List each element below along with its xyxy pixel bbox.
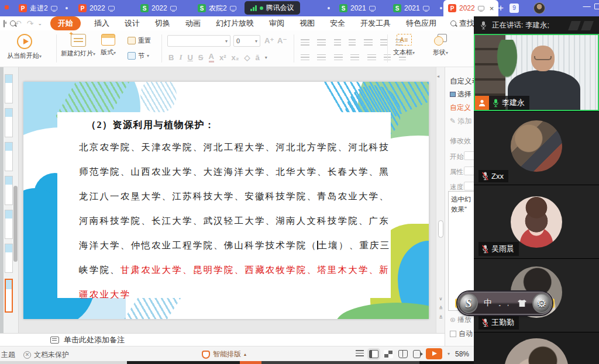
bold-button[interactable]: B — [168, 53, 174, 62]
doc-tab-1[interactable]: P 走进2 — [14, 0, 62, 16]
slide-thumbnail[interactable] — [5, 108, 13, 137]
participant-tile-wuyuchen[interactable]: 吴雨晨 — [474, 185, 599, 258]
strikethrough-button[interactable]: S — [198, 53, 204, 62]
play-from-current-button[interactable]: 从当前开始▾ — [7, 34, 42, 60]
toolbar-more-icon[interactable]: ⌄ — [37, 20, 42, 26]
increase-indent-icon[interactable] — [349, 39, 356, 46]
text-direction-icon[interactable] — [364, 39, 373, 46]
align-right-icon[interactable] — [334, 54, 343, 61]
add-effect-button[interactable]: ✎ 添加 — [450, 116, 471, 126]
underline-button[interactable]: U — [187, 53, 192, 62]
section-button[interactable]: 节▾ — [128, 51, 149, 60]
ime-punct-mode[interactable]: 。， — [498, 299, 511, 308]
italic-button[interactable]: I — [179, 53, 182, 62]
reset-button[interactable]: 重置 — [128, 36, 151, 45]
phonetic-button[interactable]: ā — [255, 53, 259, 62]
selection-pane-button[interactable]: 选择 — [450, 89, 471, 99]
decrease-indent-icon[interactable] — [334, 39, 341, 46]
custom-animation-tab[interactable]: 自定义 — [450, 103, 471, 113]
ime-lang-mode[interactable]: 中 — [484, 298, 492, 308]
new-tab-button[interactable]: + — [494, 2, 507, 15]
doc-tab-active[interactable]: P 2022 × — [443, 0, 498, 16]
participant-tile-partial[interactable] — [474, 332, 599, 364]
tab-devtools[interactable]: 开发工具 — [360, 17, 391, 30]
participant-tile-zxx[interactable]: Zxx — [474, 111, 599, 185]
textbox-button[interactable]: A≡ 文本框▾ — [393, 34, 415, 57]
panel-icon[interactable] — [4, 20, 5, 27]
theme-button[interactable]: 主题 — [1, 350, 15, 360]
slide-thumbnail[interactable] — [5, 244, 13, 273]
superscript-button[interactable]: x² — [219, 53, 226, 62]
justify-icon[interactable] — [350, 54, 359, 61]
slide-thumbnail-selected[interactable] — [5, 279, 13, 313]
subscript-button[interactable]: x₂ — [231, 53, 239, 62]
normal-view-icon[interactable] — [369, 350, 378, 358]
new-slide-button[interactable]: 新建幻灯片▾ — [61, 34, 95, 58]
tab-slideshow[interactable]: 幻灯片放映 — [216, 17, 254, 30]
slide-textbox[interactable]: （2）资源利用与植物保护： 北京农学院、天津农学院、河北工程大学、河北北方学院、… — [57, 112, 391, 298]
participant-video-lijianyong[interactable]: 李建永 — [474, 34, 599, 111]
zoom-level[interactable]: 58% — [455, 350, 469, 358]
scroll-down-icon[interactable]: ∨ — [436, 296, 445, 301]
previous-slide-icon[interactable]: ≙ — [436, 306, 445, 311]
grow-font-button[interactable]: A⁺ — [264, 36, 274, 45]
doc-tab-2[interactable]: P 2022 — [74, 0, 119, 16]
tab-list-badge[interactable]: 9 — [510, 4, 519, 13]
start-combo[interactable] — [464, 151, 474, 160]
tab-transition[interactable]: 切换 — [155, 17, 170, 30]
notes-bar[interactable]: 单击此处添加备注 — [0, 333, 445, 346]
doc-tab-6[interactable]: S 2021 — [388, 0, 434, 16]
layout-button[interactable]: 版式▾ — [101, 34, 116, 57]
tab-home[interactable]: 开始 — [50, 16, 81, 30]
minimize-button[interactable]: — — [582, 2, 591, 13]
reading-view-icon[interactable] — [398, 350, 408, 358]
auto-preview-checkbox[interactable]: 自动 — [450, 329, 473, 339]
tab-special-apps[interactable]: 特色应用 — [406, 17, 436, 30]
account-avatar[interactable] — [533, 2, 545, 14]
restore-window-button[interactable] — [594, 4, 599, 9]
tab-animation[interactable]: 动画 — [185, 17, 201, 30]
align-left-icon[interactable] — [301, 54, 309, 61]
tab-security[interactable]: 安全 — [330, 17, 345, 30]
align-text-icon[interactable] — [380, 39, 387, 46]
next-slide-icon[interactable]: ≚ — [436, 315, 445, 320]
shrink-font-button[interactable]: A⁻ — [277, 36, 287, 45]
font-family-combo[interactable]: ▾ — [167, 35, 230, 47]
ime-logo-button[interactable]: S — [459, 293, 478, 313]
doc-tab-4[interactable]: S 农院2 — [193, 0, 241, 16]
tencent-meeting-float[interactable]: 腾讯会议 — [245, 1, 300, 15]
numbered-list-icon[interactable] — [317, 39, 326, 46]
pane-collapse-icon[interactable]: ◂ — [437, 74, 439, 79]
canvas-scrollbar[interactable]: ∨ ≙ ≚ — [436, 67, 445, 333]
play-options-icon[interactable]: ▾ — [447, 351, 450, 356]
redo-icon[interactable]: ↷ — [27, 19, 34, 28]
shapes-button[interactable]: 形状▾ — [433, 34, 448, 57]
doc-tab-3[interactable]: S 2022 — [136, 0, 181, 16]
tab-insert[interactable]: 插入 — [94, 17, 109, 30]
bullet-list-icon[interactable] — [301, 39, 309, 46]
slide-thumbnail[interactable] — [5, 74, 13, 103]
tab-review[interactable]: 审阅 — [269, 17, 284, 30]
thumbnail-scrollbar[interactable] — [13, 186, 18, 262]
slideshow-play-button[interactable] — [426, 348, 442, 359]
tab-design[interactable]: 设计 — [125, 17, 140, 30]
scrollbar-thumb[interactable] — [438, 220, 443, 238]
distribute-icon[interactable] — [367, 54, 376, 61]
doc-tab-5[interactable]: S 2021 — [335, 0, 380, 16]
close-tab-icon[interactable]: × — [490, 4, 494, 13]
record-icon[interactable] — [413, 350, 421, 358]
font-color-button[interactable]: A — [209, 52, 214, 63]
ime-skin-icon[interactable] — [518, 300, 526, 307]
property-combo[interactable] — [464, 167, 474, 175]
slide[interactable]: （2）资源利用与植物保护： 北京农学院、天津农学院、河北工程大学、河北北方学院、… — [23, 82, 429, 319]
slide-thumbnail[interactable] — [5, 142, 13, 171]
font-size-combo[interactable]: 0▾ — [233, 35, 260, 47]
tab-view[interactable]: 视图 — [300, 17, 315, 30]
smart-layout-button[interactable]: 智能排版 ▴ — [202, 349, 246, 359]
align-center-icon[interactable] — [317, 54, 326, 61]
slide-sorter-icon[interactable] — [384, 350, 393, 358]
find-button[interactable]: 查找 — [450, 18, 474, 29]
document-protection-status[interactable]: ✕ 文档未保护 — [23, 350, 69, 360]
slide-thumbnail[interactable] — [5, 210, 13, 239]
ime-settings-button[interactable]: ⚙ — [532, 293, 551, 313]
